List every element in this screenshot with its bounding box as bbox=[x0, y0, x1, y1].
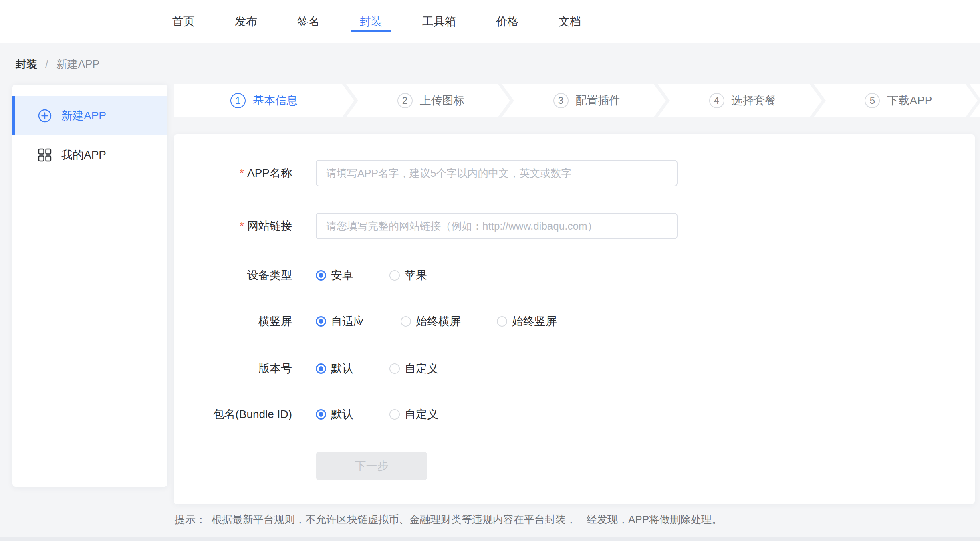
breadcrumb-separator: / bbox=[45, 58, 48, 71]
form-row-site-url: *网站链接 bbox=[174, 213, 975, 239]
footer-strip bbox=[0, 537, 980, 541]
nav-item-publish[interactable]: 发布 bbox=[235, 0, 257, 43]
step-number: 2 bbox=[397, 93, 413, 108]
stepper-step-download-app[interactable]: 5 下载APP bbox=[814, 84, 978, 117]
hint-prefix: 提示： bbox=[175, 513, 206, 527]
form-row-orientation: 横竖屏 自适应 始终横屏 始终竖屏 bbox=[174, 309, 975, 334]
bundle-id-radio-group: 默认 自定义 bbox=[316, 407, 474, 422]
radio-icon bbox=[389, 409, 400, 420]
orientation-label: 横竖屏 bbox=[258, 314, 292, 329]
plus-circle-icon bbox=[38, 109, 52, 123]
radio-icon bbox=[497, 316, 507, 327]
site-url-input[interactable] bbox=[316, 213, 678, 239]
nav-item-docs[interactable]: 文档 bbox=[559, 0, 581, 43]
radio-icon bbox=[316, 363, 326, 374]
stepper-step-basic-info[interactable]: 1 基本信息 bbox=[174, 84, 354, 117]
form-row-version: 版本号 默认 自定义 bbox=[174, 356, 975, 382]
step-number: 3 bbox=[553, 93, 569, 108]
app-name-input[interactable] bbox=[316, 160, 678, 186]
form-row-bundle-id: 包名(Bundle ID) 默认 自定义 bbox=[174, 402, 975, 427]
top-navigation: 首页 发布 签名 封装 工具箱 价格 文档 bbox=[0, 0, 980, 43]
radio-icon bbox=[389, 270, 400, 281]
form-row-app-name: *APP名称 bbox=[174, 160, 975, 186]
radio-bundle-custom[interactable]: 自定义 bbox=[389, 407, 438, 422]
radio-always-portrait[interactable]: 始终竖屏 bbox=[497, 314, 557, 329]
radio-icon bbox=[316, 270, 326, 281]
bundle-id-label: 包名(Bundle ID) bbox=[213, 407, 292, 422]
step-number: 5 bbox=[865, 93, 880, 108]
radio-icon bbox=[401, 316, 411, 327]
version-radio-group: 默认 自定义 bbox=[316, 361, 474, 376]
grid-icon bbox=[38, 148, 52, 162]
breadcrumb-current: 新建APP bbox=[56, 57, 100, 71]
nav-item-sign[interactable]: 签名 bbox=[297, 0, 320, 43]
sidebar-item-my-apps[interactable]: 我的APP bbox=[12, 135, 167, 175]
nav-item-price[interactable]: 价格 bbox=[496, 0, 518, 43]
radio-icon bbox=[389, 363, 400, 374]
nav-item-home[interactable]: 首页 bbox=[172, 0, 195, 43]
radio-always-landscape[interactable]: 始终横屏 bbox=[401, 314, 461, 329]
radio-version-custom[interactable]: 自定义 bbox=[389, 361, 438, 376]
sidebar-item-label: 我的APP bbox=[61, 147, 106, 163]
stepper-step-upload-icon[interactable]: 2 上传图标 bbox=[346, 84, 510, 117]
radio-auto-rotate[interactable]: 自适应 bbox=[316, 314, 365, 329]
site-url-label: *网站链接 bbox=[240, 218, 292, 234]
sidebar: 新建APP 我的APP bbox=[12, 85, 167, 487]
step-number: 1 bbox=[230, 93, 246, 108]
stepper-step-choose-plan[interactable]: 4 选择套餐 bbox=[658, 84, 822, 117]
radio-icon bbox=[316, 409, 326, 420]
app-name-label: *APP名称 bbox=[240, 166, 292, 181]
orientation-radio-group: 自适应 始终横屏 始终竖屏 bbox=[316, 314, 593, 329]
compliance-hint: 提示： 根据最新平台规则，不允许区块链虚拟币、金融理财类等违规内容在平台封装，一… bbox=[175, 513, 722, 527]
radio-icon bbox=[316, 316, 326, 327]
radio-bundle-default[interactable]: 默认 bbox=[316, 407, 353, 422]
basic-info-form: *APP名称 *网站链接 设备类型 安卓 苹果 横竖屏 自适应 bbox=[174, 134, 975, 504]
form-row-device-type: 设备类型 安卓 苹果 bbox=[174, 262, 975, 288]
next-step-button[interactable]: 下一步 bbox=[316, 452, 427, 480]
required-asterisk: * bbox=[240, 220, 244, 232]
sidebar-item-new-app[interactable]: 新建APP bbox=[12, 96, 167, 135]
hint-text: 根据最新平台规则，不允许区块链虚拟币、金融理财类等违规内容在平台封装，一经发现，… bbox=[212, 513, 722, 527]
nav-item-toolbox[interactable]: 工具箱 bbox=[422, 0, 456, 43]
radio-ios[interactable]: 苹果 bbox=[389, 268, 427, 283]
wizard-stepper: 1 基本信息 2 上传图标 3 配置插件 4 选择套餐 5 下载APP bbox=[174, 84, 980, 117]
radio-version-default[interactable]: 默认 bbox=[316, 361, 353, 376]
breadcrumb-section[interactable]: 封装 bbox=[16, 57, 37, 71]
version-label: 版本号 bbox=[258, 361, 292, 376]
sidebar-item-label: 新建APP bbox=[61, 108, 106, 123]
stepper-step-configure-plugins[interactable]: 3 配置插件 bbox=[502, 84, 666, 117]
device-type-radio-group: 安卓 苹果 bbox=[316, 268, 463, 283]
device-type-label: 设备类型 bbox=[247, 268, 292, 283]
breadcrumb: 封装 / 新建APP bbox=[16, 57, 100, 71]
radio-android[interactable]: 安卓 bbox=[316, 268, 353, 283]
step-number: 4 bbox=[709, 93, 724, 108]
nav-item-package[interactable]: 封装 bbox=[360, 0, 382, 43]
required-asterisk: * bbox=[240, 167, 244, 179]
